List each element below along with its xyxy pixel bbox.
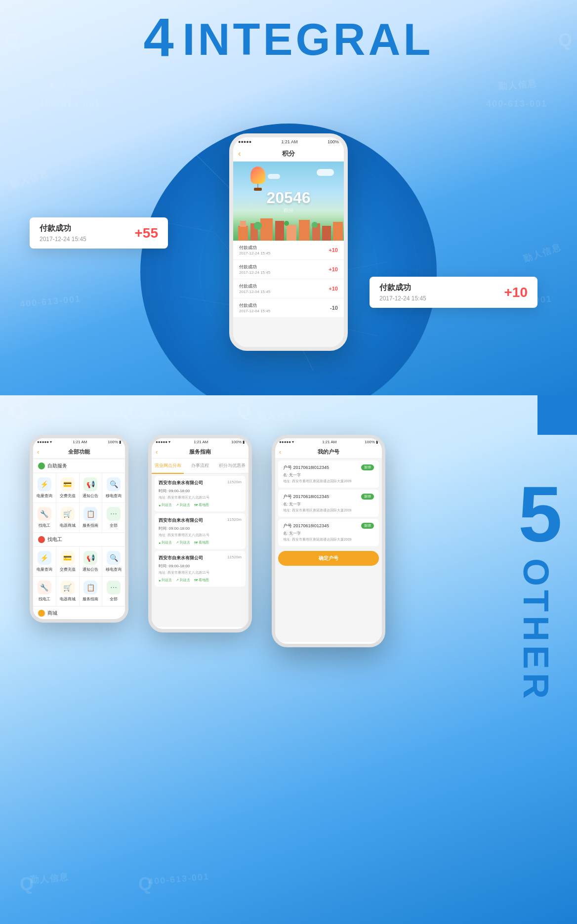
signal: ●●●●●	[238, 139, 251, 144]
func-item-all[interactable]: ⋯ 全部	[102, 503, 125, 532]
si1-goto2-icon: ↗	[176, 503, 179, 507]
func2-notice-label: 通知公告	[82, 567, 98, 572]
cloud1	[317, 169, 334, 176]
svg-rect-4	[240, 221, 246, 227]
section5-container: 勤人信息 400-613-001 勤人信息 Q Q Q 勤人信息 400-613…	[0, 395, 577, 924]
si1-name: 西安市自来水有限公司	[159, 480, 203, 486]
item-points-3: +10	[329, 286, 338, 292]
func2-electricity[interactable]: ⚡ 电量查询	[33, 547, 56, 576]
account-item-1: 户号 20170618I012345 新绑 名: 无一字 地址: 西安市雁塔区唐…	[278, 461, 379, 488]
func-item-electricity[interactable]: ⚡ 电量查询	[33, 473, 56, 503]
phone3-my-account: ●●●●● ▾ 1:21 AM 100% ▮ ‹ 我的户号 户号 2017061…	[272, 435, 385, 647]
func2-recharge-icon: 💳	[61, 551, 75, 565]
si2-goto2[interactable]: ↗ 到这去	[176, 540, 190, 545]
func-item-worker[interactable]: 🔧 找电工	[33, 503, 56, 532]
func-item-guide[interactable]: 📋 服务指南	[80, 503, 102, 532]
func2-query[interactable]: 🔍 移电查询	[102, 547, 125, 576]
p1-battery: 100% ▮	[108, 440, 121, 444]
si3-map[interactable]: 🗺 看地图	[194, 578, 209, 583]
ai2-number: 户号 20170618I012345	[283, 494, 329, 500]
guide-icon: 📋	[83, 507, 97, 521]
time: 1:21 AM	[282, 139, 298, 144]
p3-back-icon[interactable]: ‹	[279, 448, 281, 456]
p2-service-screen: 营业网点分布 办事流程 积分与优惠券 西安市自来水有限公司 11520m 时间:…	[152, 459, 248, 627]
p1-title: 全部功能	[68, 448, 90, 456]
worker-icon: 🔧	[38, 507, 51, 521]
svg-rect-3	[238, 226, 248, 241]
func2-electricity-icon: ⚡	[38, 551, 51, 565]
store-label: 商城	[47, 610, 57, 617]
card-left-date: 2017-12-24 15:45	[40, 236, 86, 243]
p2-back-icon[interactable]: ‹	[156, 448, 158, 456]
si1-goto1-icon: ●	[159, 504, 161, 507]
guide-label: 服务指南	[82, 523, 98, 528]
func2-worker[interactable]: 🔧 找电工	[33, 577, 56, 606]
si1-goto2[interactable]: ↗ 到这去	[176, 503, 190, 507]
ai1-badge: 新绑	[361, 464, 374, 470]
phone2-service-guide: ●●●●● ▾ 1:21 AM 100% ▮ ‹ 服务指南 营业网点分布 办事流…	[148, 435, 252, 632]
notice-icon: 📢	[83, 477, 97, 491]
p1-back-icon[interactable]: ‹	[37, 448, 39, 456]
si1-map-icon: 🗺	[194, 504, 198, 507]
tab-network[interactable]: 营业网点分布	[152, 459, 184, 474]
p1-func-grid-2: ⚡ 电量查询 💳 交费充值 📢 通知公告 🔍	[33, 547, 125, 606]
svg-point-14	[312, 222, 318, 228]
svg-rect-6	[260, 218, 273, 241]
si3-goto1[interactable]: ● 到这去	[159, 578, 172, 583]
p2-signal: ●●●●● ▾	[156, 440, 170, 444]
item-points-1: +10	[329, 247, 338, 253]
item-date-3: 2017-12-04 15:45	[239, 290, 270, 294]
func-item-shop[interactable]: 🛒 电器商城	[56, 503, 79, 532]
self-service-label: 自助服务	[47, 462, 67, 469]
confirm-account-button[interactable]: 确定户号	[278, 551, 379, 566]
si3-time: 时间: 09:00-18:00	[159, 563, 242, 569]
func2-guide[interactable]: 📋 服务指南	[80, 577, 102, 606]
electricity-label: 电量查询	[37, 493, 52, 499]
card-right-title: 付款成功	[379, 283, 426, 293]
si3-goto1-icon: ●	[159, 579, 161, 582]
func-item-notice[interactable]: 📢 通知公告	[80, 473, 102, 503]
p1-signal: ●●●●● ▾	[37, 440, 52, 444]
func2-recharge[interactable]: 💳 交费充值	[56, 547, 79, 576]
section4-content: ●●●●● 1:21 AM 100% ‹ 积分	[0, 64, 577, 395]
wm5-bottom2: 400-613-001	[148, 872, 209, 887]
section4-number: 4	[143, 10, 173, 64]
func2-notice[interactable]: 📢 通知公告	[80, 547, 102, 576]
find-worker-label: 找电工	[47, 536, 62, 543]
back-arrow-icon[interactable]: ‹	[238, 149, 241, 158]
floating-card-right: 付款成功 2017-12-24 15:45 +10	[370, 277, 537, 308]
card-left-points: +55	[135, 225, 159, 241]
p3-statusbar: ●●●●● ▾ 1:21 AM 100% ▮	[275, 438, 382, 446]
func2-shop[interactable]: 🛒 电器商城	[56, 577, 79, 606]
shop-label: 电器商城	[60, 523, 76, 528]
balloon-illustration	[248, 167, 268, 191]
section4-title: INTEGRAL	[183, 17, 434, 62]
notice-label: 通知公告	[82, 493, 98, 499]
integral-item-1: 付款成功 2017-12-24 15:45 +10	[233, 241, 344, 260]
si2-goto1[interactable]: ● 到这去	[159, 540, 172, 545]
p3-account-screen: 户号 20170618I012345 新绑 名: 无一字 地址: 西安市雁塔区唐…	[275, 459, 382, 642]
si3-goto2[interactable]: ↗ 到这去	[176, 578, 190, 583]
p3-navbar: ‹ 我的户号	[275, 446, 382, 459]
func2-guide-icon: 📋	[83, 581, 97, 594]
func2-all[interactable]: ⋯ 全部	[102, 577, 125, 606]
main-phone-mockup: ●●●●● 1:21 AM 100% ‹ 积分	[229, 133, 348, 351]
func-item-query[interactable]: 🔍 移电查询	[102, 473, 125, 503]
func-item-recharge[interactable]: 💳 交费充值	[56, 473, 79, 503]
tab-points[interactable]: 积分与优惠券	[216, 459, 248, 473]
svg-rect-11	[322, 226, 331, 241]
si1-map[interactable]: 🗺 看地图	[194, 503, 209, 507]
self-service-icon	[38, 462, 45, 469]
integral-list: 付款成功 2017-12-24 15:45 +10 付款成功 2017-12-2…	[233, 241, 344, 318]
p3-signal: ●●●●● ▾	[279, 440, 294, 444]
si2-goto1-icon: ●	[159, 541, 161, 545]
svg-point-13	[254, 222, 262, 230]
item-title-2: 付款成功	[239, 264, 270, 270]
account-item-3: 户号 20170618I012345 新绑 名: 无一字 地址: 西安市雁塔区唐…	[278, 519, 379, 546]
ai2-row1: 户号 20170618I012345 新绑	[283, 494, 374, 500]
card-right-points: +10	[504, 285, 528, 300]
si2-map[interactable]: 🗺 看地图	[194, 540, 209, 545]
tab-process[interactable]: 办事流程	[184, 459, 216, 473]
si1-goto1[interactable]: ● 到这去	[159, 503, 172, 507]
query-label: 移电查询	[106, 493, 122, 499]
